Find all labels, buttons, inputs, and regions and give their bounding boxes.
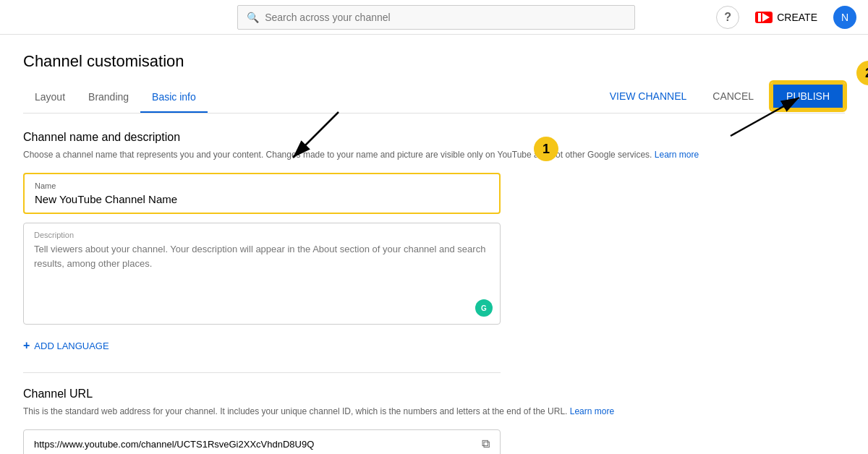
name-section-learn-more[interactable]: Learn more [655, 150, 699, 160]
create-icon [755, 12, 773, 23]
annotation-badge-2: 2 [856, 61, 868, 85]
search-icon: 🔍 [247, 12, 259, 23]
help-icon: ? [724, 11, 731, 24]
add-language-button[interactable]: + ADD LANGUAGE [23, 333, 109, 358]
create-button[interactable]: CREATE [748, 7, 825, 27]
name-input-label: Name [35, 181, 489, 190]
name-input-wrapper: Name [23, 173, 501, 214]
tab-layout[interactable]: Layout [23, 82, 77, 113]
svg-rect-0 [758, 13, 761, 22]
tabs-right: VIEW CHANNEL CANCEL PUBLISH 2 [601, 82, 845, 113]
description-wrapper: Description G [23, 223, 501, 325]
search-input[interactable] [265, 12, 626, 23]
description-label: Description [34, 231, 490, 239]
channel-url-value: https://www.youtube.com/channel/UCTS1Rsv… [34, 439, 314, 450]
tabs-left: Layout Branding Basic info [23, 82, 208, 113]
grammarly-icon: G [475, 299, 493, 317]
url-field-wrapper: https://www.youtube.com/channel/UCTS1Rsv… [23, 429, 501, 454]
name-description-section: Channel name and description Choose a ch… [23, 131, 845, 358]
url-section-title: Channel URL [23, 387, 845, 401]
description-input[interactable] [34, 242, 490, 314]
top-nav: 🔍 ? CREATE N [0, 0, 868, 35]
tabs-bar: Layout Branding Basic info VIEW CHANNEL … [23, 82, 845, 113]
section-divider-1 [23, 372, 501, 373]
view-channel-button[interactable]: VIEW CHANNEL [601, 85, 696, 108]
page-content: Channel customisation Layout Branding Ba… [0, 35, 868, 454]
url-section-learn-more[interactable]: Learn more [570, 406, 614, 416]
plus-icon: + [23, 339, 30, 352]
channel-url-section: Channel URL This is the standard web add… [23, 387, 845, 454]
page-title: Channel customisation [23, 52, 845, 71]
name-section-desc: Choose a channel name that represents yo… [23, 148, 845, 161]
name-input[interactable] [35, 193, 489, 205]
search-bar[interactable]: 🔍 [237, 5, 635, 30]
avatar[interactable]: N [833, 6, 856, 29]
name-section-title: Channel name and description [23, 131, 845, 144]
publish-button[interactable]: PUBLISH [771, 82, 845, 110]
url-section-desc: This is the standard web address for you… [23, 405, 845, 418]
main-area: Channel name and description Choose a ch… [23, 113, 845, 454]
tab-basic-info[interactable]: Basic info [140, 82, 208, 113]
copy-icon: ⧉ [482, 437, 490, 450]
annotation-badge-1: 1 [534, 137, 558, 161]
create-label: CREATE [777, 12, 817, 23]
cancel-button[interactable]: CANCEL [704, 85, 762, 108]
help-button[interactable]: ? [716, 6, 739, 29]
tab-branding[interactable]: Branding [77, 82, 140, 113]
nav-right: ? CREATE N [716, 6, 856, 29]
copy-url-button[interactable]: ⧉ [482, 437, 490, 450]
